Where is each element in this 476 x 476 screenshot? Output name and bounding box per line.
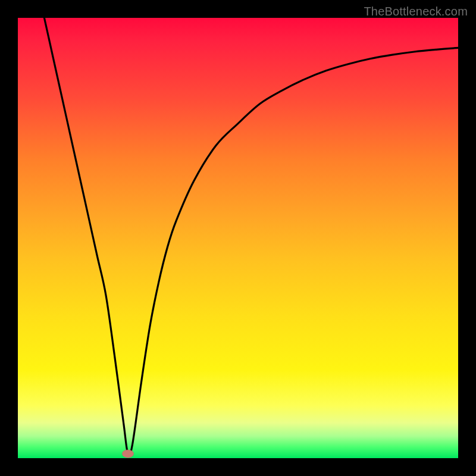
bottleneck-curve (18, 18, 458, 458)
plot-area (18, 18, 458, 458)
minimum-marker (122, 450, 133, 458)
curve-line (44, 18, 458, 456)
watermark-text: TheBottleneck.com (364, 5, 468, 18)
chart-frame: TheBottleneck.com (0, 0, 476, 476)
